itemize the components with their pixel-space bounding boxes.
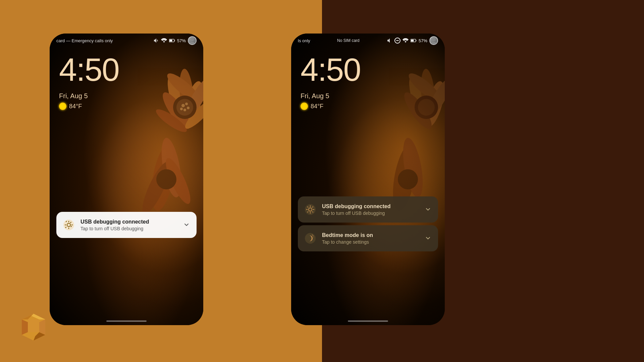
svg-marker-51 bbox=[22, 319, 28, 335]
notif-sub-bedtime-right: Tap to change settings bbox=[322, 239, 419, 245]
notif-text-bedtime-right: Bedtime mode is on Tap to change setting… bbox=[322, 232, 419, 245]
avatar-left bbox=[188, 36, 197, 45]
svg-rect-22 bbox=[169, 40, 172, 42]
battery-icon-right bbox=[411, 38, 417, 44]
svg-point-24 bbox=[190, 42, 195, 44]
home-bar-left bbox=[106, 320, 147, 322]
volume-icon bbox=[153, 38, 159, 44]
chevron-usb-right[interactable] bbox=[423, 205, 433, 214]
svg-rect-38 bbox=[416, 40, 417, 41]
dnd-icon-right bbox=[394, 38, 400, 44]
svg-point-9 bbox=[176, 99, 193, 116]
notification-bedtime-right[interactable]: Bedtime mode is on Tap to change setting… bbox=[298, 225, 438, 251]
weather-temp-right: 84°F bbox=[311, 103, 323, 110]
svg-point-46 bbox=[312, 234, 313, 235]
svg-point-13 bbox=[183, 109, 186, 111]
notif-icon-left bbox=[62, 218, 76, 232]
svg-point-11 bbox=[185, 103, 188, 105]
status-right-icons: 57% bbox=[153, 36, 197, 45]
time-display-right: 4:50 bbox=[301, 54, 361, 86]
notif-sub-left: Tap to turn off USB debugging bbox=[80, 226, 177, 231]
notif-title-bedtime-right: Bedtime mode is on bbox=[322, 232, 419, 238]
status-left-text: card — Emergency calls only bbox=[56, 38, 113, 43]
phone-frame-left: card — Emergency calls only bbox=[50, 34, 203, 325]
notif-sub-usb-right: Tap to turn off USB debugging bbox=[322, 210, 419, 216]
home-bar-right bbox=[348, 320, 388, 322]
sun-icon-left bbox=[59, 103, 66, 110]
svg-point-14 bbox=[180, 108, 183, 110]
gear-icon-left bbox=[63, 219, 75, 231]
svg-marker-53 bbox=[28, 319, 39, 332]
svg-point-36 bbox=[398, 169, 418, 189]
svg-point-44 bbox=[313, 235, 313, 236]
weather-row-right: 84°F bbox=[301, 103, 329, 110]
weather-temp-left: 84°F bbox=[69, 103, 82, 110]
svg-rect-39 bbox=[411, 40, 414, 42]
wifi-icon bbox=[161, 38, 167, 44]
svg-rect-21 bbox=[174, 40, 175, 41]
time-display-left: 4:50 bbox=[59, 54, 119, 86]
status-center-right: No SIM card bbox=[337, 38, 360, 43]
svg-marker-52 bbox=[39, 319, 45, 335]
svg-point-12 bbox=[187, 107, 190, 109]
status-bar-right: ls only No SIM card bbox=[291, 34, 445, 48]
date-left: Fri, Aug 5 bbox=[59, 92, 88, 100]
status-left-right: ls only bbox=[298, 38, 310, 43]
hex-logo bbox=[18, 312, 49, 344]
bedtime-icon-right bbox=[304, 232, 316, 244]
svg-point-45 bbox=[313, 237, 314, 237]
gear-icon-right bbox=[304, 203, 316, 216]
notifications-dark: USB debugging connected Tap to turn off … bbox=[298, 196, 438, 251]
svg-point-33 bbox=[418, 99, 435, 116]
phone-frame-right: ls only No SIM card bbox=[291, 34, 445, 325]
weather-row-left: 84°F bbox=[59, 103, 88, 110]
notification-usb-right[interactable]: USB debugging connected Tap to turn off … bbox=[298, 196, 438, 223]
hex-shape bbox=[18, 312, 49, 342]
notification-usb-left[interactable]: USB debugging connected Tap to turn off … bbox=[56, 212, 197, 238]
svg-point-10 bbox=[181, 104, 185, 107]
svg-point-19 bbox=[156, 169, 176, 189]
notif-icon-usb-right bbox=[303, 202, 317, 217]
svg-point-41 bbox=[431, 42, 436, 44]
date-weather-left: Fri, Aug 5 84°F bbox=[59, 92, 88, 110]
wifi-icon-right bbox=[402, 38, 409, 44]
notif-title-usb-right: USB debugging connected bbox=[322, 203, 419, 209]
notif-text-left: USB debugging connected Tap to turn off … bbox=[80, 219, 177, 231]
notif-icon-bedtime-right bbox=[303, 231, 317, 245]
avatar-right bbox=[429, 36, 438, 45]
chevron-left[interactable] bbox=[182, 220, 191, 230]
svg-point-40 bbox=[432, 38, 435, 41]
svg-point-43 bbox=[305, 233, 316, 244]
battery-text-right: 57% bbox=[419, 38, 427, 43]
battery-icon bbox=[169, 38, 175, 44]
svg-point-23 bbox=[191, 38, 194, 41]
phone-right: ls only No SIM card bbox=[291, 34, 445, 325]
flower-decoration-left bbox=[113, 60, 203, 221]
date-right: Fri, Aug 5 bbox=[301, 92, 329, 100]
volume-icon-right bbox=[386, 38, 392, 44]
sun-icon-right bbox=[301, 103, 308, 110]
phone-left: card — Emergency calls only bbox=[50, 34, 203, 325]
notif-text-usb-right: USB debugging connected Tap to turn off … bbox=[322, 203, 419, 216]
chevron-bedtime-right[interactable] bbox=[423, 234, 433, 243]
date-weather-right: Fri, Aug 5 84°F bbox=[301, 92, 329, 110]
status-right-icons-right: 57% bbox=[386, 36, 438, 45]
battery-text-left: 57% bbox=[177, 38, 186, 43]
dnd-dash bbox=[396, 40, 399, 41]
notif-title-left: USB debugging connected bbox=[80, 219, 177, 225]
status-bar-left: card — Emergency calls only bbox=[50, 34, 203, 48]
